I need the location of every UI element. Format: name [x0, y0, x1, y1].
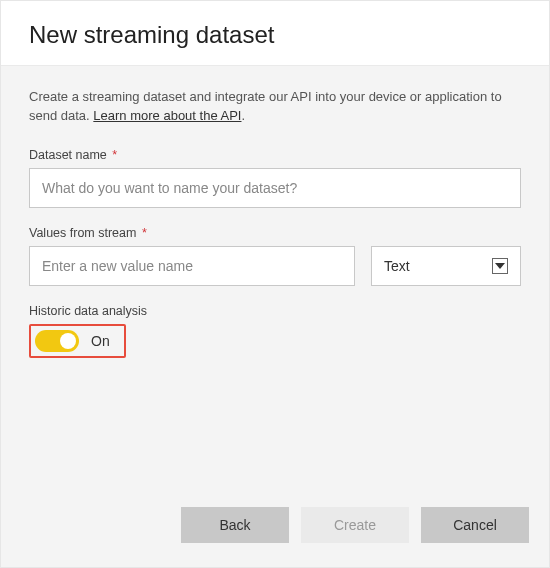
dialog-title: New streaming dataset — [29, 21, 521, 49]
required-mark: * — [142, 226, 147, 240]
historic-toggle-highlight: On — [29, 324, 126, 358]
historic-data-label: Historic data analysis — [29, 304, 521, 318]
values-from-stream-field: Values from stream * Text — [29, 226, 521, 286]
chevron-down-icon — [492, 258, 508, 274]
intro-suffix: . — [241, 108, 245, 123]
dataset-name-label: Dataset name * — [29, 148, 521, 162]
dataset-name-input[interactable] — [29, 168, 521, 208]
dialog-footer: Back Create Cancel — [1, 491, 549, 567]
dialog-header: New streaming dataset — [1, 1, 549, 65]
dataset-name-field: Dataset name * — [29, 148, 521, 208]
dialog-body: Create a streaming dataset and integrate… — [1, 65, 549, 491]
historic-data-field: Historic data analysis On — [29, 304, 521, 358]
cancel-button[interactable]: Cancel — [421, 507, 529, 543]
historic-toggle-state: On — [91, 333, 110, 349]
values-from-stream-label: Values from stream * — [29, 226, 521, 240]
value-name-input[interactable] — [29, 246, 355, 286]
back-button[interactable]: Back — [181, 507, 289, 543]
intro-text: Create a streaming dataset and integrate… — [29, 88, 521, 126]
values-label-text: Values from stream — [29, 226, 136, 240]
create-button[interactable]: Create — [301, 507, 409, 543]
required-mark: * — [112, 148, 117, 162]
value-type-select[interactable]: Text — [371, 246, 521, 286]
values-row: Text — [29, 246, 521, 286]
historic-toggle[interactable] — [35, 330, 79, 352]
value-type-selected: Text — [384, 258, 492, 274]
toggle-knob — [60, 333, 76, 349]
new-streaming-dataset-dialog: New streaming dataset Create a streaming… — [0, 0, 550, 568]
dataset-name-label-text: Dataset name — [29, 148, 107, 162]
learn-more-link[interactable]: Learn more about the API — [93, 108, 241, 123]
